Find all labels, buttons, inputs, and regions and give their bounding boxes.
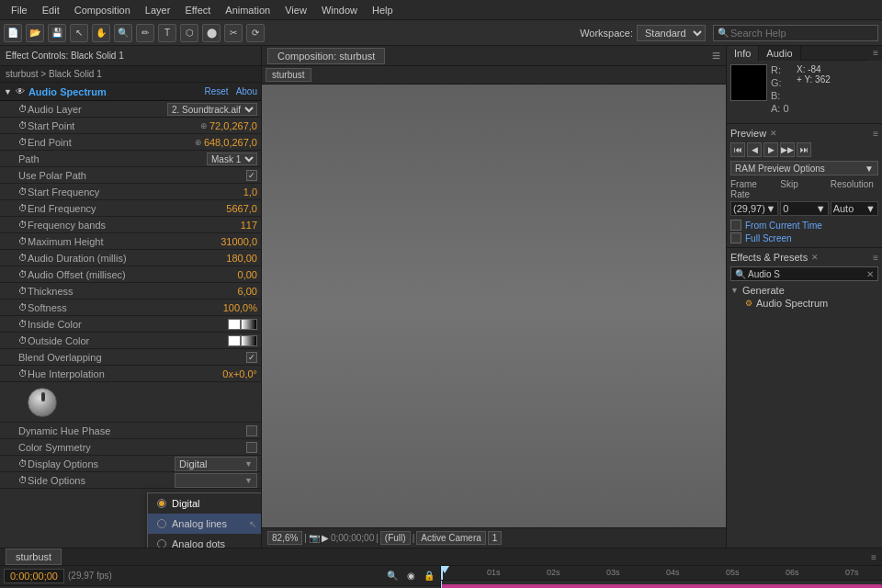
effects-presets-menu-btn[interactable]: ≡ <box>873 253 878 263</box>
effect-visibility[interactable]: 👁 <box>16 86 25 96</box>
tool8[interactable]: ✂ <box>224 24 243 42</box>
side-options-select[interactable]: ▼ <box>175 473 257 488</box>
tool6[interactable]: ⬡ <box>180 24 198 42</box>
prev-play-btn[interactable]: ▶ <box>763 142 778 157</box>
tab-sturbust[interactable]: sturbust <box>266 68 311 82</box>
menu-effect[interactable]: Effect <box>177 3 218 17</box>
tool1[interactable]: ↖ <box>70 24 88 42</box>
menu-help[interactable]: Help <box>365 3 401 17</box>
tool4[interactable]: ✏ <box>136 24 154 42</box>
save-btn[interactable]: 💾 <box>48 24 66 42</box>
dropdown-item-analog-lines[interactable]: Analog lines ↖ <box>148 514 262 534</box>
effects-search-clear[interactable]: ✕ <box>866 269 874 279</box>
audio-offset-value[interactable]: 0,00 <box>238 269 257 280</box>
stopwatch-start-freq[interactable]: ⏱ <box>18 187 28 197</box>
tl-search-btn[interactable]: 🔍 <box>385 569 400 583</box>
stopwatch-outside-color[interactable]: ⏱ <box>18 335 28 345</box>
frame-rate-value[interactable]: (29,97)▼ <box>730 201 778 216</box>
reset-button[interactable]: Reset <box>205 86 229 96</box>
inside-color-gradient[interactable] <box>241 319 257 330</box>
stopwatch-max-height[interactable]: ⏱ <box>18 236 28 246</box>
softness-value[interactable]: 100,0% <box>223 302 257 313</box>
tool9[interactable]: ⟳ <box>246 24 265 42</box>
prev-last-btn[interactable]: ⏭ <box>797 142 811 157</box>
timeline-tab[interactable]: sturbust <box>6 548 62 565</box>
menu-layer[interactable]: Layer <box>138 3 178 17</box>
target-icon-end[interactable]: ⊕ <box>195 138 202 147</box>
effects-item-row[interactable]: ⚙ Audio Spectrum <box>730 298 878 309</box>
audio-duration-value[interactable]: 180,00 <box>226 253 257 264</box>
effects-search-bar[interactable]: 🔍 ✕ <box>730 266 878 281</box>
audio-layer-select[interactable]: 2. Soundtrack.aif <box>167 103 257 116</box>
layer-timeline-bar[interactable] <box>441 584 882 588</box>
stopwatch-audio-dur[interactable]: ⏱ <box>18 253 28 263</box>
view-num[interactable]: 1 <box>488 531 503 545</box>
menu-animation[interactable]: Animation <box>218 3 277 17</box>
path-select[interactable]: Mask 1 <box>207 153 257 165</box>
tool2[interactable]: ✋ <box>92 24 110 42</box>
ram-preview-options[interactable]: RAM Preview Options ▼ <box>730 161 878 175</box>
stopwatch-start-point[interactable]: ⏱ <box>18 120 28 130</box>
prev-fwd-btn[interactable]: ▶▶ <box>780 142 795 157</box>
current-time-display[interactable]: 0:00;00;00 <box>4 569 64 583</box>
start-freq-value[interactable]: 1,0 <box>243 187 257 198</box>
resolution-value[interactable]: Auto▼ <box>831 201 878 216</box>
effects-search-input[interactable] <box>748 269 821 279</box>
inside-color-swatch[interactable] <box>228 319 241 330</box>
preview-menu-btn[interactable]: ≡ <box>873 129 878 139</box>
stopwatch-audio-offset[interactable]: ⏱ <box>18 269 28 279</box>
search-input[interactable] <box>730 28 874 39</box>
stopwatch-hue-interp[interactable]: ⏱ <box>18 368 28 379</box>
comp-tab[interactable]: Composition: sturbust <box>267 48 385 64</box>
preview-close[interactable]: ✕ <box>770 129 777 138</box>
camera-select[interactable]: Active Camera <box>416 531 486 545</box>
tool7[interactable]: ⬤ <box>202 24 220 42</box>
prev-first-btn[interactable]: ⏮ <box>730 142 745 157</box>
menu-view[interactable]: View <box>277 3 314 17</box>
dropdown-item-digital[interactable]: Digital <box>148 493 262 514</box>
effects-presets-close[interactable]: ✕ <box>811 253 819 262</box>
thickness-value[interactable]: 6,00 <box>238 286 257 297</box>
tool5[interactable]: T <box>158 24 176 42</box>
comp-menu-btn[interactable]: ≡ <box>712 48 720 64</box>
stopwatch-end-point[interactable]: ⏱ <box>18 137 28 147</box>
stopwatch-thickness[interactable]: ⏱ <box>18 286 28 296</box>
blend-overlapping-checkbox[interactable]: ✓ <box>246 352 257 363</box>
stopwatch-softness[interactable]: ⏱ <box>18 302 28 312</box>
from-current-cb[interactable] <box>730 220 741 231</box>
outside-color-gradient[interactable] <box>241 335 257 346</box>
polar-path-checkbox[interactable]: ✓ <box>246 170 257 181</box>
dynamic-hue-checkbox[interactable] <box>246 425 257 436</box>
zoom-select[interactable]: 82,6% <box>267 531 302 545</box>
preview-btn[interactable]: ▶ <box>322 533 329 543</box>
hue-knob[interactable] <box>28 388 57 417</box>
stopwatch-freq-bands[interactable]: ⏱ <box>18 220 28 230</box>
category-twirl[interactable]: ▼ <box>730 286 739 295</box>
tab-audio[interactable]: Audio <box>759 46 800 61</box>
about-button[interactable]: Abou <box>236 86 257 96</box>
outside-color-swatch[interactable] <box>228 335 241 346</box>
tl-lock-btn[interactable]: 🔒 <box>422 569 436 583</box>
tab-info[interactable]: Info <box>727 46 759 61</box>
stopwatch-side-opts[interactable]: ⏱ <box>18 475 28 485</box>
target-icon-start[interactable]: ⊕ <box>200 121 208 130</box>
open-btn[interactable]: 📂 <box>26 24 44 42</box>
full-screen-btn[interactable]: Full Screen <box>730 232 878 243</box>
max-height-value[interactable]: 31000,0 <box>220 236 257 247</box>
stopwatch-audio-layer[interactable]: ⏱ <box>18 104 28 114</box>
menu-window[interactable]: Window <box>314 3 365 17</box>
effect-twirl[interactable]: ▼ <box>4 87 12 96</box>
tool3[interactable]: 🔍 <box>114 24 132 42</box>
tl-solo-btn[interactable]: ◉ <box>403 569 418 583</box>
color-symmetry-checkbox[interactable] <box>246 442 257 453</box>
workspace-select[interactable]: Standard <box>637 25 706 41</box>
hue-interp-value[interactable]: 0x+0,0° <box>222 368 257 379</box>
menu-composition[interactable]: Composition <box>67 3 138 17</box>
search-bar[interactable]: 🔍 <box>713 25 878 41</box>
quality-select[interactable]: (Full) <box>380 531 411 545</box>
full-screen-cb[interactable] <box>730 232 741 243</box>
menu-edit[interactable]: Edit <box>35 3 67 17</box>
menu-file[interactable]: File <box>4 3 35 17</box>
info-menu-btn[interactable]: ≡ <box>869 46 882 61</box>
snapshot-btn[interactable]: 📷 <box>309 533 320 543</box>
